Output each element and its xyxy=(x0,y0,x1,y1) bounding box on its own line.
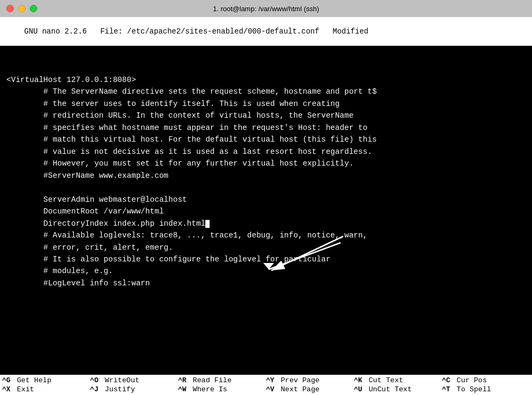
shortcut-label-justify: Justify xyxy=(101,385,135,393)
footer-row-1: ^G Get Help ^O WriteOut ^R Read File ^Y … xyxy=(0,376,532,385)
shortcut-label-cur-pos: Cur Pos xyxy=(452,376,487,384)
shortcut-key-C: ^C xyxy=(442,376,451,384)
shortcut-label-cut-text: Cut Text xyxy=(364,376,403,384)
editor-line-virtualhost: <VirtualHost 127.0.0.1:8080> xyxy=(6,76,136,84)
shortcut-key-R: ^R xyxy=(178,376,187,384)
shortcut-exit[interactable]: ^X Exit xyxy=(2,385,90,393)
editor-line-loglevels: # Available loglevels: trace8, ..., trac… xyxy=(6,231,368,240)
shortcut-to-spell[interactable]: ^T To Spell xyxy=(442,385,530,393)
editor-line-6: # match this virtual host. For the defau… xyxy=(6,135,377,144)
editor-line-2: # The ServerName directive sets the requ… xyxy=(6,87,377,96)
shortcut-label-get-help: Get Help xyxy=(13,376,52,384)
editor-line-7: # value is not decisive as it is used as… xyxy=(6,147,372,156)
shortcut-key-X: ^X xyxy=(2,385,11,393)
shortcut-label-to-spell: To Spell xyxy=(452,385,491,393)
shortcut-label-exit: Exit xyxy=(13,385,35,393)
shortcut-justify[interactable]: ^J Justify xyxy=(90,385,178,393)
editor-line-error: # error, crit, alert, emerg. xyxy=(6,243,173,252)
shortcut-key-T: ^T xyxy=(442,385,451,393)
nano-header-bar: GNU nano 2.2.6 File: /etc/apache2/sites-… xyxy=(0,17,532,46)
terminal-window: 1. root@lamp: /var/www/html (ssh) GNU na… xyxy=(0,0,532,395)
shortcut-label-writeout: WriteOut xyxy=(101,376,139,384)
editor-line-modules: # modules, e.g. xyxy=(6,267,113,275)
editor-line-docroot: DocumentRoot /var/www/html xyxy=(6,207,164,216)
footer-row-2: ^X Exit ^J Justify ^W Where Is ^V Next P… xyxy=(0,385,532,394)
shortcut-uncut-text[interactable]: ^U UnCut Text xyxy=(354,385,442,393)
shortcut-key-O: ^O xyxy=(90,376,98,384)
shortcut-key-Y: ^Y xyxy=(266,376,275,384)
shortcut-read-file[interactable]: ^R Read File xyxy=(178,376,266,384)
editor-line-serveradmin: ServerAdmin webmaster@localhost xyxy=(6,195,187,204)
shortcut-label-uncut-text: UnCut Text xyxy=(364,385,412,393)
title-bar: 1. root@lamp: /var/www/html (ssh) xyxy=(0,0,532,17)
shortcut-label-next-page: Next Page xyxy=(277,385,320,393)
window-title: 1. root@lamp: /var/www/html (ssh) xyxy=(213,5,319,13)
shortcut-key-G: ^G xyxy=(2,376,11,384)
footer-shortcuts: ^G Get Help ^O WriteOut ^R Read File ^Y … xyxy=(0,375,532,395)
editor-wrapper[interactable]: <VirtualHost 127.0.0.1:8080> # The Serve… xyxy=(0,46,532,375)
shortcut-label-where-is: Where Is xyxy=(188,385,227,393)
shortcut-key-K: ^K xyxy=(354,376,362,384)
nano-header-text: GNU nano 2.2.6 File: /etc/apache2/sites-… xyxy=(24,27,369,36)
shortcut-writeout[interactable]: ^O WriteOut xyxy=(90,376,178,384)
editor-line-8: # However, you must set it for any furth… xyxy=(6,159,354,168)
shortcut-key-V: ^V xyxy=(266,385,275,393)
shortcut-label-read-file: Read File xyxy=(188,376,231,384)
editor-line-loglevel-ssl: #LogLevel info ssl:warn xyxy=(6,279,150,287)
maximize-button[interactable] xyxy=(30,5,37,12)
shortcut-key-J: ^J xyxy=(90,385,98,393)
editor-line-3: # the server uses to identify itself. Th… xyxy=(6,100,340,108)
minimize-button[interactable] xyxy=(18,5,26,12)
shortcut-key-W: ^W xyxy=(178,385,187,393)
text-cursor xyxy=(205,220,210,228)
shortcut-next-page[interactable]: ^V Next Page xyxy=(266,385,354,393)
close-button[interactable] xyxy=(6,5,14,12)
editor-line-dirindex: DirectoryIndex index.php index.html xyxy=(6,219,210,228)
editor-line-loglevel-note: # It is also possible to configure the l… xyxy=(6,255,330,264)
editor-line-4: # redirection URLs. In the context of vi… xyxy=(6,111,354,120)
shortcut-get-help[interactable]: ^G Get Help xyxy=(2,376,90,384)
shortcut-cut-text[interactable]: ^K Cut Text xyxy=(354,376,442,384)
editor-line-5: # specifies what hostname must appear in… xyxy=(6,124,368,132)
shortcut-where-is[interactable]: ^W Where Is xyxy=(178,385,266,393)
editor-line-9: #ServerName www.example.com xyxy=(6,171,169,180)
shortcut-cur-pos[interactable]: ^C Cur Pos xyxy=(442,376,530,384)
editor-area[interactable]: <VirtualHost 127.0.0.1:8080> # The Serve… xyxy=(0,46,532,317)
shortcut-key-U: ^U xyxy=(354,385,362,393)
window-controls xyxy=(6,5,37,12)
shortcut-label-prev-page: Prev Page xyxy=(277,376,320,384)
shortcut-prev-page[interactable]: ^Y Prev Page xyxy=(266,376,354,384)
